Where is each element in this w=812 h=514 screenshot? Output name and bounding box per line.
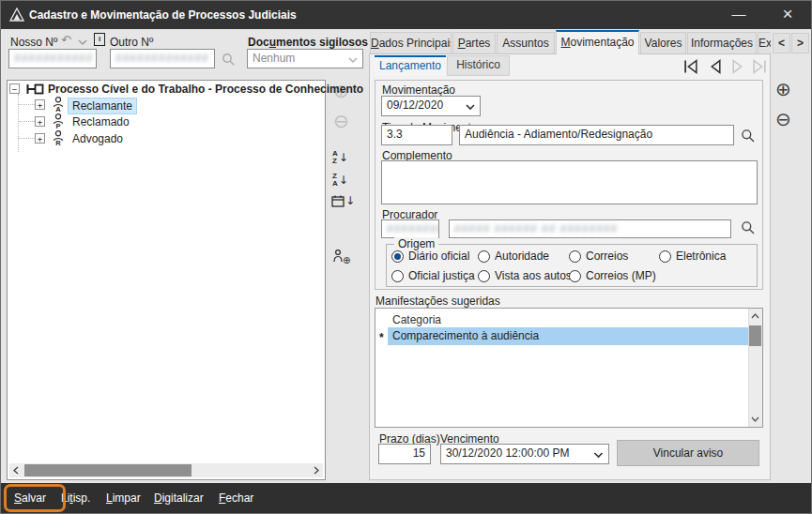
tree-collapse-box[interactable]: −	[9, 83, 20, 94]
tree-connector	[18, 138, 35, 139]
prazo-input[interactable]: 15	[378, 444, 431, 464]
nav-next-record-icon[interactable]	[728, 59, 747, 74]
add-person-icon[interactable]: ⊕	[333, 248, 350, 265]
radio-dot	[478, 270, 490, 282]
prazo-value: 15	[413, 446, 425, 460]
tree-item-advogado[interactable]: Advogado	[72, 132, 123, 145]
tree-remove-button[interactable]: ⊖	[333, 112, 349, 130]
scroll-up-icon[interactable]	[748, 310, 762, 322]
movimentacao-date-value: 09/12/2020	[387, 98, 443, 112]
movimentacao-date-select[interactable]: 09/12/2020	[381, 96, 481, 116]
docs-sigilosos-label: Documentos sigilosos	[248, 36, 368, 49]
list-vscroll-thumb[interactable]	[749, 325, 761, 346]
complemento-textarea[interactable]	[381, 160, 758, 204]
minimize-button[interactable]: —	[720, 1, 758, 29]
docs-sigilosos-select[interactable]: Nenhum	[247, 49, 363, 68]
tab-partes[interactable]: Partes	[452, 32, 496, 54]
sort-za-icon[interactable]: ZA ↓	[332, 173, 348, 188]
note-icon[interactable]: i	[94, 33, 105, 46]
outro-no-label: Outro Nº	[110, 36, 153, 49]
undo-icon[interactable]: ↶	[61, 33, 71, 47]
radio-dot	[391, 250, 404, 263]
nav-previous-record-icon[interactable]	[706, 59, 725, 74]
tree-connector	[18, 104, 35, 105]
nosso-no-input[interactable]: ###########	[8, 49, 97, 68]
radio-diario-oficial[interactable]: Diário oficial	[391, 249, 469, 263]
list-row-selected[interactable]: Comparecimento à audiência	[388, 327, 748, 345]
app-window: Cadastro e Movimentação de Processos Jud…	[0, 0, 812, 514]
tree-hscroll-thumb[interactable]	[24, 464, 192, 476]
tipo-descricao-value: Audiência - Adiamento/Redesignação	[465, 128, 652, 141]
title-bar: Cadastro e Movimentação de Processos Jud…	[1, 1, 811, 29]
tipo-descricao-input[interactable]: Audiência - Adiamento/Redesignação	[459, 125, 734, 145]
radio-dot	[478, 250, 490, 263]
nav-first-record-icon[interactable]	[682, 59, 700, 74]
list-column-header[interactable]: Categoria	[392, 313, 441, 326]
chevron-down-icon[interactable]	[78, 39, 87, 46]
radio-dot	[569, 270, 581, 282]
search-icon[interactable]	[741, 220, 756, 235]
salvar-highlight-annotation	[4, 484, 66, 512]
process-tree: − Processo Cível e do Trabalho - Process…	[7, 80, 326, 480]
sort-az-icon[interactable]: AZ ↓	[332, 150, 348, 165]
nav-last-record-icon[interactable]	[750, 59, 769, 74]
svg-text:A: A	[55, 105, 61, 113]
tree-connector	[18, 121, 35, 122]
tree-expand-box[interactable]: +	[35, 133, 45, 144]
radio-oficial-justica[interactable]: Oficial justiça	[391, 269, 475, 282]
digitalizar-button[interactable]: Digitalizar	[154, 483, 204, 514]
vencimento-select[interactable]: 30/12/2020 12:00:00 PM	[440, 444, 609, 464]
tab-ex-truncated[interactable]: Ex	[758, 32, 771, 54]
radio-correios[interactable]: Correios	[569, 249, 628, 263]
movimentacao-label: Movimentação	[382, 83, 455, 97]
subtab-lancamento[interactable]: Lançamento	[375, 55, 446, 76]
nosso-no-label: Nosso Nº	[10, 36, 57, 49]
add-record-button[interactable]: ⊕	[775, 80, 791, 98]
scroll-right-icon[interactable]	[310, 463, 323, 477]
chevron-down-icon	[466, 104, 475, 111]
radio-vista-aos-autos[interactable]: Vista aos autos	[478, 269, 572, 282]
subtab-historico[interactable]: Histórico	[447, 55, 510, 76]
nosso-no-value: ###########	[14, 52, 93, 65]
tree-root-label[interactable]: Processo Cível e do Trabalho - Processo …	[48, 83, 363, 96]
scroll-down-icon[interactable]	[748, 414, 762, 425]
outro-no-value: #############	[115, 52, 209, 65]
scroll-left-icon[interactable]	[9, 463, 23, 477]
search-icon[interactable]	[222, 53, 236, 67]
bottom-action-bar: Salvar Litisp. Limpar Digitalizar Fechar	[1, 483, 811, 514]
person-icon: R	[52, 130, 65, 146]
radio-correios-mp[interactable]: Correios (MP)	[569, 269, 656, 282]
tree-expand-box[interactable]: +	[35, 99, 45, 110]
sort-by-date-icon[interactable]: ↓	[331, 194, 355, 207]
app-icon	[9, 8, 24, 23]
person-icon: P	[52, 113, 65, 129]
window-title: Cadastro e Movimentação de Processos Jud…	[29, 8, 297, 22]
tree-item-reclamante[interactable]: Reclamante	[69, 98, 136, 113]
person-icon: A	[52, 97, 65, 113]
chevron-down-icon	[593, 452, 604, 459]
tab-dados-principais[interactable]: Dados Principais	[370, 32, 452, 54]
procurador-nome-input[interactable]: ##### ###### ## ########	[449, 219, 731, 238]
tab-informacoes[interactable]: Informações	[687, 32, 757, 54]
radio-autoridade[interactable]: Autoridade	[478, 249, 549, 263]
list-row-marker: *	[379, 331, 384, 344]
tab-movimentacao[interactable]: Movimentação	[556, 30, 639, 54]
tree-item-reclamado[interactable]: Reclamado	[72, 115, 130, 128]
tab-assuntos[interactable]: Assuntos	[497, 32, 555, 54]
radio-eletronica[interactable]: Eletrônica	[659, 249, 726, 263]
fechar-button[interactable]: Fechar	[219, 483, 253, 514]
tree-expand-box[interactable]: +	[35, 116, 45, 127]
tab-valores[interactable]: Valores	[640, 32, 686, 54]
radio-dot	[569, 250, 581, 263]
search-icon[interactable]	[741, 128, 756, 144]
outro-no-input[interactable]: #############	[110, 49, 215, 68]
tab-scroll-right-button[interactable]: >	[791, 33, 809, 53]
procurador-nome-value: ##### ###### ## ########	[454, 222, 618, 235]
vincular-aviso-button[interactable]: Vincular aviso	[617, 440, 759, 466]
close-button[interactable]: ×	[769, 1, 806, 29]
tab-scroll-left-button[interactable]: <	[773, 33, 790, 53]
remove-record-button[interactable]: ⊖	[775, 110, 791, 128]
limpar-button[interactable]: Limpar	[106, 483, 141, 514]
procurador-codigo-input[interactable]: ########	[381, 219, 439, 238]
tipo-codigo-input[interactable]: 3.3	[381, 125, 452, 145]
